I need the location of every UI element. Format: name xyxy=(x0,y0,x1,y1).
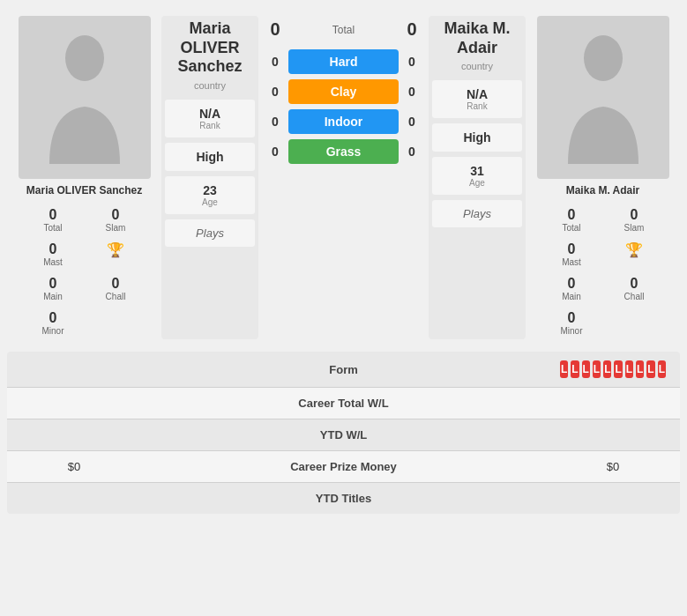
left-indoor-score: 0 xyxy=(262,115,288,129)
right-info-panel: Maika M. Adair country N/A Rank High 31 … xyxy=(429,16,526,339)
left-minor-value: 0 xyxy=(49,310,57,326)
right-slam-label: Slam xyxy=(624,223,645,233)
hard-button[interactable]: Hard xyxy=(288,49,399,74)
total-row: 0 Total 0 xyxy=(262,16,425,47)
left-high-box: High xyxy=(165,143,255,171)
right-clay-score: 0 xyxy=(399,85,425,99)
svg-point-1 xyxy=(584,35,623,81)
right-player-card: Maika M. Adair 0 Total 0 Slam 0 Mast 🏆 xyxy=(526,16,680,339)
court-row-grass: 0 Grass 0 xyxy=(262,139,425,164)
left-slam-label: Slam xyxy=(106,223,126,233)
left-trophy-cell: 🏆 xyxy=(86,238,146,271)
court-row-indoor: 0 Indoor 0 xyxy=(262,109,425,134)
total-label: Total xyxy=(288,24,399,36)
left-chall-label: Chall xyxy=(106,292,126,301)
left-chall-value: 0 xyxy=(112,276,120,292)
form-badge: L xyxy=(614,360,622,378)
left-name-header: Maria OLIVER Sanchez xyxy=(165,19,255,77)
right-main-cell: 0 Main xyxy=(541,272,602,305)
left-player-card: Maria OLIVER Sanchez 0 Total 0 Slam 0 Ma… xyxy=(7,16,161,339)
left-chall-cell: 0 Chall xyxy=(86,272,146,305)
right-header-name: Maika M. Adair country xyxy=(444,19,510,77)
form-badge: L xyxy=(582,360,590,378)
left-age-box: 23 Age xyxy=(165,176,255,214)
center-section: 0 Total 0 0 Hard 0 0 Clay 0 0 Indoor 0 0 xyxy=(258,16,429,339)
right-high-box: High xyxy=(432,123,522,152)
left-clay-score: 0 xyxy=(262,85,288,99)
form-label: Form xyxy=(127,363,560,376)
svg-point-0 xyxy=(65,35,104,81)
left-player-avatar xyxy=(19,16,151,179)
right-main-value: 0 xyxy=(568,276,576,292)
left-rank-label: Rank xyxy=(199,121,220,130)
right-minor-cell: 0 Minor xyxy=(541,307,602,339)
right-slam-value: 0 xyxy=(631,207,638,223)
prize-label: Career Prize Money xyxy=(127,460,560,473)
right-total-cell: 0 Total xyxy=(541,204,602,236)
right-total-score: 0 xyxy=(399,19,425,40)
form-badge: L xyxy=(658,360,666,378)
main-container: Maria OLIVER Sanchez 0 Total 0 Slam 0 Ma… xyxy=(0,0,687,523)
right-slam-cell: 0 Slam xyxy=(604,204,665,236)
right-grass-score: 0 xyxy=(399,145,425,159)
left-plays-box: Plays xyxy=(165,219,255,247)
right-player-name: Maika M. Adair xyxy=(566,184,640,197)
left-player-stats-grid: 0 Total 0 Slam 0 Mast 🏆 0 Main xyxy=(23,204,146,339)
form-row: Form LLLLLLLLLL xyxy=(7,352,680,388)
form-badge: L xyxy=(646,360,654,378)
left-mast-cell: 0 Mast xyxy=(23,238,84,271)
top-section: Maria OLIVER Sanchez 0 Total 0 Slam 0 Ma… xyxy=(0,9,687,346)
career-wl-row: Career Total W/L xyxy=(7,388,680,419)
left-mast2-cell: 0 Main xyxy=(23,272,84,305)
form-badge: L xyxy=(560,360,568,378)
left-total-value: 0 xyxy=(49,207,57,223)
left-player-silhouette xyxy=(41,32,129,164)
clay-button[interactable]: Clay xyxy=(288,79,399,104)
right-age-value: 31 xyxy=(470,164,484,178)
right-age-label: Age xyxy=(469,178,485,188)
left-slam-value: 0 xyxy=(112,207,120,223)
left-high-value: High xyxy=(196,150,223,164)
right-player-stats-grid: 0 Total 0 Slam 0 Mast 🏆 0 Main xyxy=(541,204,665,339)
form-badges: LLLLLLLLLL xyxy=(560,360,666,378)
right-mast-cell: 0 Mast xyxy=(541,238,602,271)
career-wl-label: Career Total W/L xyxy=(127,397,560,410)
prize-row: $0 Career Prize Money $0 xyxy=(7,451,680,483)
left-mast-value: 0 xyxy=(49,241,57,257)
left-hard-score: 0 xyxy=(262,55,288,69)
bottom-section: Form LLLLLLLLLL Career Total W/L YTD W/L… xyxy=(7,352,680,514)
left-country: country xyxy=(194,80,226,91)
form-badge: L xyxy=(603,360,611,378)
ytd-titles-row: YTD Titles xyxy=(7,483,680,514)
right-plays-label: Plays xyxy=(463,207,491,220)
left-minor-label: Minor xyxy=(41,326,63,336)
right-high-value: High xyxy=(463,130,490,145)
left-mast-label: Mast xyxy=(43,257,63,267)
left-age-label: Age xyxy=(202,197,218,207)
right-rank-box: N/A Rank xyxy=(432,80,522,118)
right-age-box: 31 Age xyxy=(432,157,522,195)
left-main-value: 0 xyxy=(49,276,57,292)
grass-button[interactable]: Grass xyxy=(288,139,399,164)
right-player-avatar xyxy=(537,16,669,179)
right-rank-label: Rank xyxy=(467,101,487,111)
right-indoor-score: 0 xyxy=(399,115,425,129)
left-rank-box: N/A Rank xyxy=(165,100,255,137)
indoor-button[interactable]: Indoor xyxy=(288,109,399,134)
left-main-label: Main xyxy=(43,292,63,301)
form-badges-container: LLLLLLLLLL xyxy=(560,360,666,378)
form-badge: L xyxy=(593,360,601,378)
left-trophy-icon: 🏆 xyxy=(107,241,124,258)
right-chall-cell: 0 Chall xyxy=(604,272,665,305)
right-hard-score: 0 xyxy=(399,55,425,69)
left-info-panel: Maria OLIVER Sanchez country N/A Rank Hi… xyxy=(161,16,258,339)
right-mast-label: Mast xyxy=(562,257,581,267)
left-total-cell: 0 Total xyxy=(23,204,84,236)
court-row-hard: 0 Hard 0 xyxy=(262,49,425,74)
prize-left-val: $0 xyxy=(21,460,127,473)
right-mast-value: 0 xyxy=(568,241,576,257)
right-chall-value: 0 xyxy=(631,276,638,292)
left-total-label: Total xyxy=(43,223,62,233)
prize-right-val: $0 xyxy=(560,460,666,473)
form-badge: L xyxy=(625,360,633,378)
